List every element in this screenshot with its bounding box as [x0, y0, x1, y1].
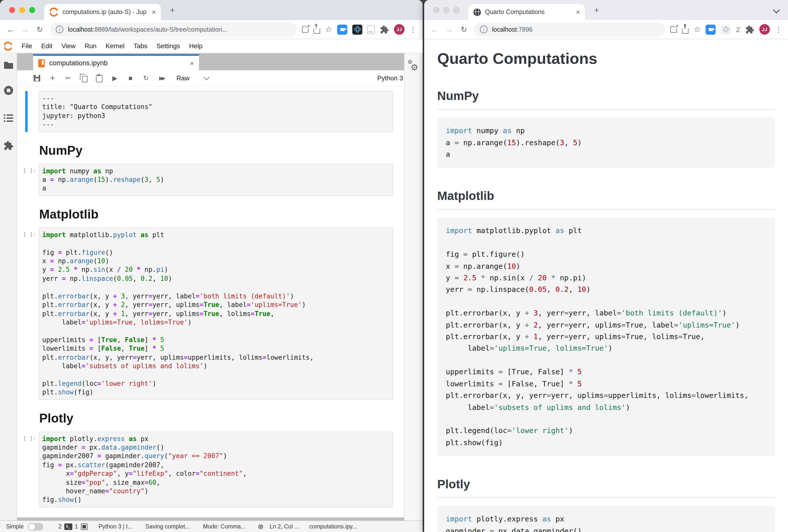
- zoom-extension-icon[interactable]: [337, 24, 347, 35]
- code-token: title: "Quarto Computations": [42, 103, 152, 111]
- code-token: =: [90, 336, 94, 343]
- tab-overflow-chevron-icon[interactable]: [773, 6, 780, 14]
- terminals-count[interactable]: 2: [58, 524, 62, 530]
- share-icon[interactable]: [682, 28, 689, 34]
- code-token: =: [149, 292, 153, 300]
- profile-avatar[interactable]: JJ: [394, 24, 405, 35]
- zoom-window-button[interactable]: [453, 7, 459, 13]
- document-extension-icon[interactable]: [367, 25, 375, 34]
- trust-shield-icon[interactable]: ⊗: [258, 523, 263, 531]
- code-token: upperlimits, lolims: [608, 391, 691, 400]
- forward-icon[interactable]: →: [445, 25, 454, 34]
- markdown-cell[interactable]: Matplotlib: [17, 207, 404, 222]
- tab-close-icon[interactable]: ×: [576, 8, 580, 16]
- menu-kernel[interactable]: Kernel: [101, 42, 129, 50]
- minimize-window-button[interactable]: [443, 7, 449, 13]
- site-info-icon[interactable]: i: [480, 26, 488, 33]
- code-token: upperlimits, lolims: [188, 353, 262, 361]
- tab-close-icon[interactable]: ×: [152, 8, 156, 16]
- profile-avatar[interactable]: JJ: [760, 24, 770, 35]
- reload-icon[interactable]: ↻: [459, 25, 468, 34]
- markdown-cell[interactable]: Plotly: [17, 411, 404, 425]
- share-icon[interactable]: [313, 28, 320, 34]
- quarto-browser-window: Quarto Computations × + ← → ↻ i localhos…: [424, 0, 788, 532]
- cell-editor[interactable]: import numpy as npa = np.arange(15).resh…: [39, 164, 393, 196]
- code-token: 1: [121, 310, 125, 317]
- extensions-puzzle-icon[interactable]: [380, 25, 389, 34]
- menu-view[interactable]: View: [57, 42, 80, 50]
- code-token: 3: [533, 309, 538, 317]
- menu-edit[interactable]: Edit: [37, 42, 57, 50]
- save-button[interactable]: [29, 75, 45, 81]
- menu-tabs[interactable]: Tabs: [129, 42, 152, 50]
- code-block: import matplotlib.pyplot as plt fig = pl…: [437, 218, 775, 456]
- zoom-extension-icon[interactable]: [706, 24, 716, 35]
- cell-type-dropdown[interactable]: Raw: [176, 74, 209, 82]
- code-token: as: [94, 167, 101, 175]
- markdown-cell[interactable]: NumPy: [17, 143, 404, 158]
- minimize-window-button[interactable]: [19, 7, 25, 13]
- extensions-puzzle-icon[interactable]: [745, 25, 754, 34]
- browser-menu-icon[interactable]: ⋮: [775, 26, 782, 33]
- zotero-extension-icon[interactable]: Z: [736, 25, 740, 34]
- bookmark-star-icon[interactable]: ☆: [325, 25, 332, 34]
- browser-tab[interactable]: computations.ip (auto-S) - Jup ×: [44, 4, 161, 20]
- code-token: as: [503, 127, 512, 135]
- file-browser-icon[interactable]: [3, 61, 14, 71]
- forward-icon[interactable]: →: [21, 25, 29, 34]
- restart-run-all-button[interactable]: ▶▶: [154, 75, 169, 81]
- code-token: plt.: [42, 388, 58, 396]
- cursor-position-text[interactable]: Ln 2, Col ...: [270, 524, 299, 530]
- copy-cells-button[interactable]: [76, 74, 92, 82]
- menu-file[interactable]: File: [17, 42, 37, 50]
- code-token: *: [569, 380, 573, 388]
- cut-cells-button[interactable]: ✂: [60, 74, 76, 82]
- restart-kernel-button[interactable]: ↻: [138, 74, 154, 82]
- zoom-window-button[interactable]: [29, 7, 35, 13]
- command-mode-text[interactable]: Mode: Comma...: [203, 524, 246, 530]
- new-tab-button[interactable]: +: [594, 5, 599, 16]
- menu-help[interactable]: Help: [184, 42, 207, 50]
- kernels-count[interactable]: 1: [75, 524, 78, 530]
- address-bar[interactable]: i localhost:7896: [474, 22, 665, 36]
- run-cell-button[interactable]: ▶: [107, 74, 123, 82]
- cell-editor[interactable]: import matplotlib.pyplot as plt fig = pl…: [39, 228, 393, 400]
- site-info-icon[interactable]: i: [56, 26, 63, 33]
- back-icon[interactable]: ←: [430, 25, 439, 34]
- menu-run[interactable]: Run: [80, 42, 101, 50]
- extension-manager-icon[interactable]: [3, 141, 14, 153]
- notebook-tab-close-icon[interactable]: ×: [190, 59, 194, 67]
- react-devtools-extension-icon[interactable]: [721, 24, 731, 35]
- paste-cells-button[interactable]: [92, 74, 107, 82]
- open-in-new-icon[interactable]: [302, 26, 308, 33]
- raw-cell[interactable]: ---title: "Quarto Computations"jupyter: …: [17, 91, 404, 132]
- stop-kernel-button[interactable]: ■: [123, 74, 138, 82]
- browser-tab[interactable]: Quarto Computations ×: [468, 4, 585, 20]
- running-kernels-icon[interactable]: [3, 85, 14, 98]
- code-cell[interactable]: [ ]:import numpy as npa = np.arange(15).…: [17, 164, 404, 196]
- code-token: =: [490, 344, 494, 352]
- back-icon[interactable]: ←: [6, 25, 15, 34]
- code-cell[interactable]: [ ]:import matplotlib.pyplot as plt fig …: [17, 228, 404, 400]
- address-bar[interactable]: i localhost:8889/lab/workspaces/auto-S/t…: [50, 22, 296, 36]
- cell-prompt: [ ]:: [17, 167, 36, 173]
- cell-editor[interactable]: ---title: "Quarto Computations"jupyter: …: [39, 91, 393, 132]
- code-token: ,: [270, 310, 274, 317]
- reload-icon[interactable]: ↻: [35, 25, 44, 34]
- new-tab-button[interactable]: +: [170, 5, 175, 16]
- table-of-contents-icon[interactable]: [3, 114, 14, 125]
- open-in-new-icon[interactable]: [670, 26, 677, 33]
- add-cell-button[interactable]: +: [45, 73, 60, 83]
- bookmark-star-icon[interactable]: ☆: [693, 25, 701, 34]
- kernel-status-text[interactable]: Python 3 | I...: [98, 524, 133, 530]
- close-window-button[interactable]: [9, 7, 15, 13]
- notebook-tab[interactable]: computations.ipynb ×: [33, 54, 199, 70]
- cell-editor[interactable]: import plotly.express as pxgapminder = p…: [39, 431, 393, 507]
- browser-menu-icon[interactable]: ⋮: [410, 26, 417, 33]
- simple-mode-toggle[interactable]: [28, 523, 43, 530]
- code-cell[interactable]: [ ]:import plotly.express as pxgapminder…: [17, 431, 404, 507]
- menu-settings[interactable]: Settings: [152, 42, 184, 50]
- close-window-button[interactable]: [433, 7, 439, 13]
- code-token: ,: [156, 478, 160, 486]
- react-devtools-extension-icon[interactable]: [352, 24, 362, 35]
